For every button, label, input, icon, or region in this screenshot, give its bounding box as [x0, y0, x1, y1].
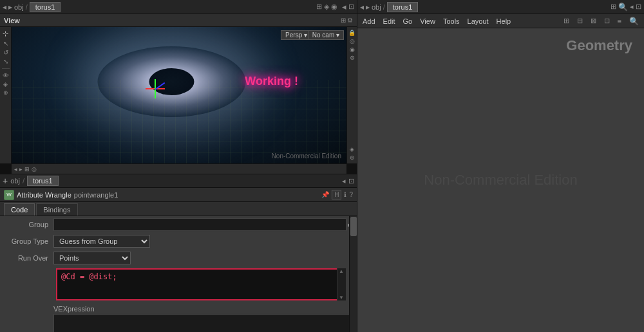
- obj-crumb-left[interactable]: obj: [14, 3, 24, 11]
- right-tool1[interactable]: 🔒: [348, 30, 355, 36]
- menu-layout[interactable]: Layout: [468, 17, 489, 25]
- panel2-icon2[interactable]: ⊡: [348, 177, 354, 185]
- graph-icon1[interactable]: ⊞: [564, 17, 569, 25]
- menu-view[interactable]: View: [420, 17, 435, 25]
- attr-wrangle-name: pointwrangle1: [74, 191, 118, 199]
- right-tool4[interactable]: ⚙: [350, 55, 355, 61]
- graph-icon2[interactable]: ⊟: [577, 17, 583, 25]
- graph-search[interactable]: 🔍: [629, 17, 639, 26]
- obj-crumb-right[interactable]: obj: [372, 3, 381, 11]
- tool-rotate[interactable]: ↺: [3, 49, 8, 56]
- viewport-icon1[interactable]: ⊞: [341, 17, 346, 24]
- run-over-select[interactable]: Points: [53, 252, 131, 264]
- bottom-tool2[interactable]: ▸: [19, 166, 23, 172]
- nav-fwd-left[interactable]: ▸: [8, 3, 12, 12]
- graph-icon5[interactable]: ≡: [618, 17, 621, 25]
- icon-nav-left2[interactable]: ◂: [342, 2, 346, 12]
- menu-tools[interactable]: Tools: [443, 17, 460, 25]
- attr-icon-help[interactable]: ?: [349, 191, 353, 198]
- group-input[interactable]: [53, 218, 346, 231]
- icon-grid[interactable]: ⊞: [316, 3, 322, 11]
- bottom-tool4[interactable]: ◎: [32, 166, 37, 172]
- add-tab-btn[interactable]: +: [3, 176, 8, 186]
- right-tool5[interactable]: ◈: [350, 146, 354, 152]
- graph-icon3[interactable]: ⊠: [591, 17, 596, 25]
- vexpr-area[interactable]: [53, 314, 352, 332]
- menu-add[interactable]: Add: [363, 17, 375, 25]
- menu-go[interactable]: Go: [403, 17, 413, 25]
- icon-end-left[interactable]: ⊡: [348, 3, 354, 11]
- attr-wrangle-icon: W: [4, 190, 14, 200]
- tab-bindings[interactable]: Bindings: [36, 203, 77, 216]
- tool-light[interactable]: ◈: [3, 81, 8, 88]
- tab-code[interactable]: Code: [4, 203, 35, 216]
- tool-extra1[interactable]: ⊕: [3, 89, 8, 96]
- viewport-title: View: [4, 17, 20, 24]
- group-type-label: Group Type: [5, 237, 53, 245]
- icon-end-right[interactable]: ⊡: [636, 3, 641, 11]
- panel2-window: torus1: [27, 176, 59, 186]
- panel-separator: + obj / torus1 ◂ ⊡: [0, 174, 357, 188]
- menu-edit[interactable]: Edit: [383, 17, 395, 25]
- tool-select[interactable]: ⊹: [3, 30, 8, 38]
- run-over-label: Run Over: [5, 254, 53, 262]
- right-tool3[interactable]: ◉: [350, 46, 355, 53]
- watermark: Non-Commercial Edition: [424, 172, 577, 189]
- right-tool6[interactable]: ⊕: [350, 154, 355, 161]
- attr-icon-pin[interactable]: 📌: [321, 191, 329, 198]
- nav-fwd-right[interactable]: ▸: [366, 3, 370, 12]
- viewport-icon2[interactable]: ⚙: [347, 17, 353, 24]
- bottom-tool3[interactable]: ⊞: [24, 166, 30, 172]
- bottom-tool1[interactable]: ◂: [14, 166, 17, 172]
- group-label: Group: [5, 221, 53, 228]
- nav-back-right[interactable]: ◂: [360, 3, 364, 12]
- window-title-left: torus1: [30, 2, 61, 12]
- tool-move[interactable]: ↖: [3, 40, 8, 47]
- graph-icon4[interactable]: ⊡: [604, 17, 610, 25]
- window-title-right: torus1: [387, 2, 419, 12]
- tool-camera[interactable]: 👁: [3, 72, 9, 79]
- panel2-obj[interactable]: obj: [10, 177, 20, 185]
- icon-right1[interactable]: ⊞: [611, 3, 616, 11]
- vexpr-label: VEXpression: [53, 305, 352, 313]
- right-tool2[interactable]: ◎: [350, 38, 355, 44]
- icon-view1[interactable]: ◈: [324, 3, 329, 11]
- code-editor[interactable]: @Cd = @dist;: [56, 268, 346, 300]
- search-icon[interactable]: 🔍: [618, 3, 628, 12]
- attr-icon-H[interactable]: H: [332, 190, 341, 199]
- geometry-label: Geometry: [566, 37, 632, 54]
- panel2-icon1[interactable]: ◂: [342, 177, 346, 185]
- nocam-button[interactable]: No cam ▾: [308, 30, 344, 40]
- code-scroll-up[interactable]: ▲: [337, 268, 346, 274]
- icon-right2[interactable]: ◂: [630, 3, 634, 11]
- group-type-select[interactable]: Guess from Group: [53, 235, 150, 248]
- node-graph-panel: Add Edit Go View Tools Layout Help ⊞ ⊟ ⊠…: [357, 14, 644, 332]
- tool-separator: [2, 68, 10, 69]
- working-text: Working !: [245, 75, 298, 88]
- attr-icon-info[interactable]: ℹ: [344, 191, 346, 198]
- non-commercial-label: Non-Commercial Edition: [272, 152, 341, 160]
- viewport: View ⊞ ⚙ ⊹ ↖ ↺ ⤡ 👁 ◈ ⊕ 🔒 ◎ ◉ ⚙: [0, 14, 357, 174]
- nav-back-left[interactable]: ◂: [3, 3, 6, 12]
- code-scroll-down[interactable]: ▼: [337, 295, 346, 300]
- icon-view2[interactable]: ◉: [331, 3, 337, 11]
- attr-wrangle-title: Attribute Wrangle: [17, 191, 71, 199]
- attr-wrangle-panel: W Attribute Wrangle pointwrangle1 📌 H ℹ …: [0, 188, 357, 332]
- tool-scale[interactable]: ⤡: [3, 58, 8, 65]
- menu-help[interactable]: Help: [497, 17, 511, 25]
